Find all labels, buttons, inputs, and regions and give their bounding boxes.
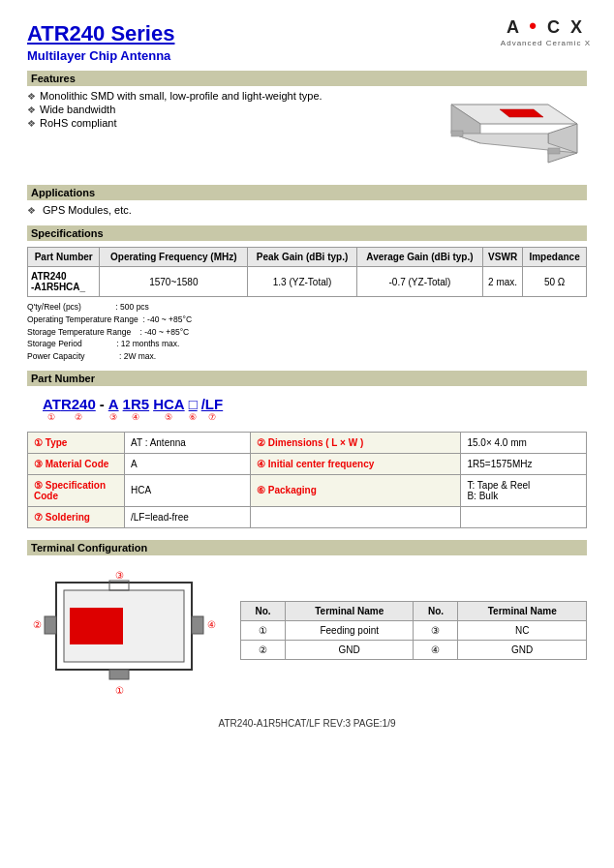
logo: A • C X Advanced Ceramic X (501, 14, 591, 47)
footnote-item: Operating Temperature Range : -40 ~ +85°… (27, 314, 587, 326)
svg-rect-10 (109, 670, 129, 679)
bullet-icon: ❖ (27, 205, 36, 216)
code-at: AT ① (43, 396, 61, 422)
col-terminal-name2: Terminal Name (458, 602, 587, 621)
cell-vswr: 2 max. (483, 267, 523, 297)
applications-header: Applications (27, 185, 587, 200)
cell-peak: 1.3 (YZ-Total) (248, 267, 357, 297)
info-value: A (125, 453, 251, 474)
cell-no1: ① (241, 621, 286, 641)
col-freq: Operating Frequency (MHz) (100, 248, 248, 267)
table-row: ③ Material Code A ④ Initial center frequ… (28, 453, 587, 474)
logo-dot: • (529, 14, 539, 38)
svg-rect-5 (548, 148, 560, 154)
specifications-section: Specifications Part Number Operating Fre… (27, 225, 587, 363)
code-hca: HCA ⑤ (153, 396, 185, 422)
info-label: ③ Material Code (28, 453, 125, 474)
col-part-number: Part Number (28, 248, 100, 267)
terminal-svg: ① ③ ② ④ (27, 563, 221, 699)
code-dash: - _ (100, 396, 105, 422)
feature-text: Monolithic SMD with small, low-profile a… (40, 90, 322, 102)
code-1r5: 1R5 ④ (123, 396, 150, 422)
terminal-table: No. Terminal Name No. Terminal Name ① Fe… (240, 601, 587, 660)
code-a: A ③ (108, 396, 119, 422)
col-terminal-name: Terminal Name (285, 602, 414, 621)
bullet-icon: ❖ (27, 118, 36, 129)
col-no2: No. (414, 602, 458, 621)
info-value: 1R5=1575MHz (461, 453, 587, 474)
list-item: ❖ Wide bandwidth (27, 104, 384, 115)
bullet-icon: ❖ (27, 105, 36, 115)
table-row: ① Feeding point ③ NC (241, 621, 587, 641)
table-row: ⑤ Specification Code HCA ⑥ Packaging T: … (28, 474, 587, 506)
cell-name1: GND (285, 641, 414, 660)
part-number-section: Part Number AT ① R240 ② - _ A ③ 1R5 ④ HC… (27, 371, 587, 528)
footnotes: Q'ty/Reel (pcs) : 500 pcs Operating Temp… (27, 301, 587, 363)
logo-text: A • C X (501, 14, 591, 39)
footnote-item: Storage Period : 12 months max. (27, 338, 587, 350)
table-row: ATR240-A1R5HCA_ 1570~1580 1.3 (YZ-Total)… (28, 267, 587, 297)
cell-no1: ② (241, 641, 286, 660)
footnote-item: Storage Temperature Range : -40 ~ +85°C (27, 326, 587, 339)
svg-marker-1 (548, 124, 577, 163)
info-value: T: Tape & ReelB: Bulk (461, 474, 587, 506)
info-label: ① Type (28, 432, 125, 453)
info-value: 15.0× 4.0 mm (461, 432, 587, 453)
specifications-table: Part Number Operating Frequency (MHz) Pe… (27, 247, 587, 297)
cell-freq: 1570~1580 (100, 267, 248, 297)
code-r240: R240 ② (61, 396, 96, 422)
svg-rect-13 (192, 616, 203, 634)
cell-avg: -0.7 (YZ-Total) (356, 267, 482, 297)
application-text: GPS Modules, etc. (43, 204, 132, 216)
info-label: ⑤ Specification Code (28, 474, 125, 506)
code-lf: /LF ⑦ (201, 396, 224, 422)
info-value: HCA (125, 474, 251, 506)
product-subtitle: Multilayer Chip Antenna (27, 48, 587, 63)
svg-text:④: ④ (207, 619, 216, 630)
table-row: ⑦ Soldering /LF=lead-free (28, 506, 587, 527)
svg-text:②: ② (33, 619, 42, 630)
col-vswr: VSWR (483, 248, 523, 267)
footnote-item: Power Capacity : 2W max. (27, 350, 587, 363)
info-label: ⑥ Packaging (251, 474, 461, 506)
terminal-diagram: ① ③ ② ④ (27, 563, 221, 699)
features-row: ❖ Monolithic SMD with small, low-profile… (27, 90, 587, 177)
cell-part: ATR240-A1R5HCA_ (28, 267, 100, 297)
svg-rect-12 (45, 616, 56, 634)
terminal-content: ① ③ ② ④ No. Terminal Name No. Terminal N… (27, 563, 587, 699)
col-avg-gain: Average Gain (dBi typ.) (356, 248, 482, 267)
antenna-illustration (393, 90, 587, 177)
part-number-header: Part Number (27, 371, 587, 386)
list-item: ❖ Monolithic SMD with small, low-profile… (27, 90, 384, 102)
specifications-header: Specifications (27, 225, 587, 241)
table-row: ② GND ④ GND (241, 641, 587, 660)
info-empty (251, 506, 461, 527)
svg-rect-9 (70, 608, 123, 644)
feature-text: RoHS compliant (40, 117, 116, 129)
info-grid: ① Type AT : Antenna ② Dimensions ( L × W… (27, 432, 587, 528)
features-header: Features (27, 71, 587, 86)
logo-subtitle: Advanced Ceramic X (501, 39, 591, 47)
col-impedance: Impedance (523, 248, 587, 267)
feature-text: Wide bandwidth (40, 104, 115, 115)
col-peak-gain: Peak Gain (dBi typ.) (248, 248, 357, 267)
part-code-display: AT ① R240 ② - _ A ③ 1R5 ④ HCA ⑤ □ ⑥ /LF (27, 396, 587, 422)
info-value: /LF=lead-free (125, 506, 251, 527)
terminal-section: Terminal Configuration ① (27, 540, 587, 699)
bullet-icon: ❖ (27, 91, 36, 102)
col-no: No. (241, 602, 286, 621)
list-item: ❖ RoHS compliant (27, 117, 384, 129)
cell-name2: GND (458, 641, 587, 660)
applications-item: ❖ GPS Modules, etc. (27, 204, 587, 216)
cell-name2: NC (458, 621, 587, 641)
footnote-item: Q'ty/Reel (pcs) : 500 pcs (27, 301, 587, 314)
cell-no2: ④ (414, 641, 458, 660)
svg-text:①: ① (115, 685, 124, 696)
info-value: AT : Antenna (125, 432, 251, 453)
cell-impedance: 50 Ω (523, 267, 587, 297)
svg-text:③: ③ (115, 570, 124, 581)
info-empty (461, 506, 587, 527)
info-label: ② Dimensions ( L × W ) (251, 432, 461, 453)
code-box: □ ⑥ (189, 396, 198, 422)
svg-rect-4 (451, 131, 463, 136)
